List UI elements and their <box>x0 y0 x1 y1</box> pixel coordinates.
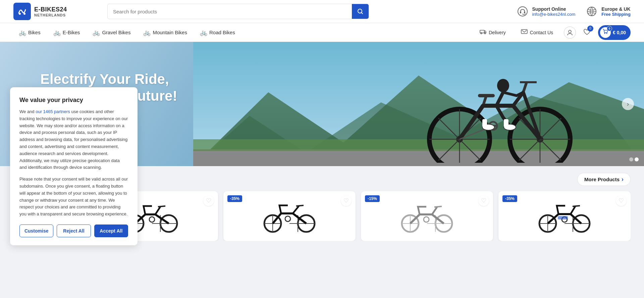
svg-point-0 <box>19 13 21 15</box>
svg-line-76 <box>573 206 580 206</box>
accept-all-button[interactable]: Accept All <box>94 225 128 237</box>
ebike-icon: 🚲 <box>53 29 61 36</box>
logo-icon <box>13 3 31 20</box>
more-products-button[interactable]: More Products › <box>577 173 631 186</box>
svg-rect-8 <box>480 30 484 33</box>
privacy-dialog: We value your privacy We and our 1465 pa… <box>10 87 138 245</box>
wishlist-heart-button[interactable]: ♡ <box>478 195 489 206</box>
svg-rect-78 <box>558 216 568 219</box>
hero-next-arrow[interactable]: › <box>622 98 634 110</box>
privacy-body-1: We and our 1465 partners use cookies and… <box>19 108 128 171</box>
header-right: Support Online info@e-bikes24nl.com <box>516 5 631 18</box>
nav-item-road[interactable]: 🚲 Road Bikes <box>195 26 240 39</box>
region-text: Europe & UK Free Shipping <box>601 6 631 17</box>
hero-slider-toggle[interactable] <box>629 157 639 161</box>
svg-rect-4 <box>520 11 521 13</box>
discount-badge: -35% <box>227 195 242 202</box>
svg-point-61 <box>285 216 290 221</box>
wishlist-heart-button[interactable]: ♡ <box>616 195 627 206</box>
bike-icon: 🚲 <box>19 29 26 36</box>
customise-button[interactable]: Customise <box>19 225 53 237</box>
product-card: -35% ♡ <box>223 191 356 241</box>
privacy-partners-link[interactable]: our 1465 partners <box>36 109 70 114</box>
logo-text: E-BIKES24 NETHERLANDS <box>34 6 67 17</box>
road-icon: 🚲 <box>200 29 207 36</box>
support-text: Support Online info@e-bikes24nl.com <box>532 6 576 17</box>
logo-area[interactable]: E-BIKES24 NETHERLANDS <box>13 3 101 20</box>
delivery-icon <box>479 28 487 37</box>
search-button[interactable] <box>352 4 369 19</box>
wishlist-badge: 0 <box>587 26 593 32</box>
cart-button[interactable]: 0 € 0,00 <box>598 25 631 40</box>
search-input[interactable] <box>108 9 352 14</box>
svg-point-9 <box>481 33 482 34</box>
svg-point-3 <box>518 7 527 16</box>
gravel-icon: 🚲 <box>93 29 100 36</box>
discount-badge: -35% <box>502 195 517 202</box>
user-button[interactable] <box>564 27 576 39</box>
svg-point-38 <box>497 79 509 92</box>
nav-item-mountain[interactable]: 🚲 Mountain Bikes <box>138 26 193 39</box>
product-card: -35% ♡ <box>498 191 631 241</box>
nav-items: 🚲 Bikes 🚲 E-Bikes 🚲 Gravel Bikes 🚲 Mount… <box>13 26 475 39</box>
svg-point-1 <box>23 13 25 15</box>
contact-icon <box>521 28 528 37</box>
mountain-icon: 🚲 <box>143 29 151 36</box>
svg-point-69 <box>424 217 429 222</box>
product-card: -15% ♡ <box>361 191 493 241</box>
contact-item[interactable]: Contact Us <box>517 26 557 39</box>
svg-line-60 <box>296 205 304 206</box>
privacy-title: We value your privacy <box>19 97 128 104</box>
nav-right: Delivery Contact Us <box>475 25 631 40</box>
search-bar[interactable] <box>107 4 369 19</box>
product-image <box>228 196 351 236</box>
svg-point-53 <box>149 217 155 222</box>
more-products-arrow-icon: › <box>622 176 624 183</box>
support-area: Support Online info@e-bikes24nl.com <box>516 5 576 18</box>
svg-point-14 <box>606 33 607 34</box>
nav-item-gravel[interactable]: 🚲 Gravel Bikes <box>87 26 136 39</box>
privacy-buttons: Customise Reject All Accept All <box>19 225 128 237</box>
svg-line-32 <box>523 82 527 92</box>
svg-point-10 <box>484 33 486 34</box>
hero-bike-image <box>416 59 584 163</box>
privacy-body-2: Please note that your consent will be va… <box>19 176 128 218</box>
toggle-dot-1[interactable] <box>629 157 633 161</box>
wishlist-button[interactable]: 0 <box>583 28 591 38</box>
support-icon <box>516 5 529 18</box>
svg-rect-41 <box>504 119 508 127</box>
nav-bar: 🚲 Bikes 🚲 E-Bikes 🚲 Gravel Bikes 🚲 Mount… <box>0 23 644 42</box>
svg-point-6 <box>522 14 523 15</box>
delivery-item[interactable]: Delivery <box>475 26 510 39</box>
svg-rect-5 <box>524 11 525 13</box>
svg-line-68 <box>434 206 442 207</box>
discount-badge: -15% <box>365 195 380 202</box>
globe-icon <box>585 5 598 18</box>
product-image <box>503 196 626 236</box>
cart-icon-wrap: 0 <box>600 27 611 38</box>
reject-all-button[interactable]: Reject All <box>57 225 91 237</box>
wishlist-heart-button[interactable]: ♡ <box>341 195 352 206</box>
header-top: E-BIKES24 NETHERLANDS <box>0 0 644 23</box>
toggle-dot-2[interactable] <box>635 157 639 161</box>
svg-rect-35 <box>478 94 495 97</box>
product-image <box>366 196 488 236</box>
svg-line-52 <box>158 206 165 207</box>
svg-point-13 <box>604 33 605 34</box>
svg-point-12 <box>569 30 571 33</box>
cart-badge: 0 <box>607 26 612 31</box>
region-area: Europe & UK Free Shipping <box>585 5 631 18</box>
nav-item-ebikes[interactable]: 🚲 E-Bikes <box>48 26 86 39</box>
nav-item-bikes[interactable]: 🚲 Bikes <box>13 26 46 39</box>
svg-rect-42 <box>482 119 487 127</box>
wishlist-heart-button[interactable]: ♡ <box>203 195 214 206</box>
